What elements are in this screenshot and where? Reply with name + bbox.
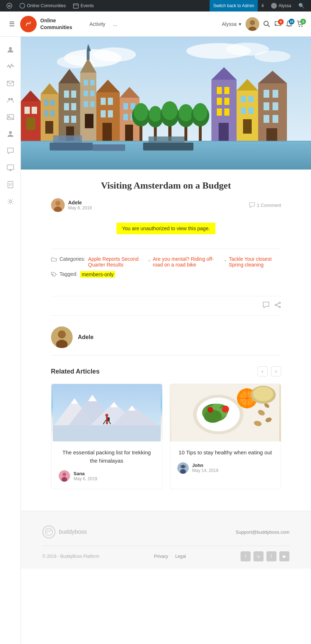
svg-point-121 — [193, 103, 207, 121]
article-body: Visiting Amsterdam on a Budget Adele May… — [29, 170, 303, 511]
switch-admin-button[interactable]: Switch back to Admin — [210, 0, 258, 11]
related-prev-button[interactable]: ‹ — [257, 366, 267, 376]
svg-rect-125 — [143, 143, 193, 150]
tags-line: Tagged: members-only — [51, 271, 281, 278]
related-articles-grid: The essential packing list for trekking … — [51, 384, 281, 489]
sidebar-item-messages[interactable] — [3, 76, 18, 91]
site-icon — [19, 3, 25, 9]
svg-point-131 — [52, 274, 53, 275]
svg-point-30 — [93, 47, 136, 62]
svg-line-10 — [268, 25, 270, 27]
related-title: Related Articles — [51, 368, 100, 375]
youtube-icon[interactable]: ▶ — [279, 551, 289, 561]
food-svg — [170, 384, 281, 441]
card-author-avatar-1 — [59, 470, 70, 482]
tag-svg — [51, 272, 57, 277]
sidebar-item-chat[interactable] — [3, 143, 18, 158]
main-header: ☰ Online Communities Activity ... Alyssa… — [0, 11, 311, 37]
sidebar-item-media[interactable] — [3, 110, 18, 125]
user-dropdown[interactable]: Alyssa ▾ — [222, 21, 241, 27]
svg-point-115 — [162, 101, 178, 120]
svg-point-156 — [63, 473, 66, 476]
share-action-button[interactable] — [275, 302, 281, 310]
hamburger-button[interactable]: ☰ — [7, 18, 17, 30]
admin-site-name[interactable]: Online Communities — [16, 0, 69, 11]
footer: buddyboss Support@buddyboss.com © 2019 -… — [21, 511, 311, 569]
sidebar-item-settings[interactable] — [3, 194, 18, 209]
card-author-info-2: John May 14, 2019 — [192, 463, 219, 473]
svg-rect-149 — [53, 425, 161, 441]
svg-point-19 — [9, 131, 12, 134]
svg-rect-93 — [241, 96, 246, 102]
wp-icon: W — [6, 3, 12, 9]
sidebar-item-docs[interactable] — [3, 177, 18, 192]
related-article-card-2[interactable]: 10 Tips to stay healthy when eating out — [170, 384, 281, 489]
svg-point-134 — [275, 304, 276, 306]
footer-logo: buddyboss — [42, 525, 87, 538]
privacy-link[interactable]: Privacy — [154, 554, 168, 559]
svg-rect-44 — [50, 99, 55, 106]
svg-point-16 — [11, 98, 13, 100]
svg-rect-94 — [248, 96, 253, 102]
svg-rect-96 — [248, 107, 253, 114]
category-link-3[interactable]: Tackle Your closest Spring cleaning — [229, 256, 281, 268]
svg-rect-97 — [243, 119, 252, 134]
linkedin-icon[interactable]: in — [253, 551, 264, 561]
comment-action-button[interactable] — [263, 302, 269, 310]
svg-rect-64 — [90, 91, 95, 96]
svg-rect-43 — [44, 99, 49, 106]
svg-point-15 — [8, 98, 10, 100]
author-info: Adele May 8, 2019 — [68, 200, 92, 210]
sidebar-item-screen[interactable] — [3, 160, 18, 175]
search-button[interactable] — [264, 21, 270, 27]
article-card-meta-1: Sana May 6, 2019 — [59, 470, 155, 482]
admin-events-item[interactable]: Events — [69, 0, 97, 11]
svg-rect-59 — [87, 51, 90, 60]
sidebar-item-groups[interactable] — [3, 93, 18, 108]
svg-rect-50 — [64, 91, 69, 98]
svg-point-12 — [302, 26, 303, 27]
related-article-card-1[interactable]: The essential packing list for trekking … — [51, 384, 163, 489]
logo-area[interactable]: Online Communities — [20, 16, 72, 32]
svg-point-138 — [58, 330, 66, 338]
svg-rect-102 — [264, 102, 269, 110]
action-bar — [51, 296, 281, 316]
chat-icon — [7, 147, 14, 154]
svg-rect-85 — [224, 87, 229, 94]
svg-point-34 — [255, 51, 291, 62]
facebook-icon[interactable]: f — [241, 551, 251, 561]
wp-logo-item[interactable]: W — [3, 0, 16, 11]
nav-activity[interactable]: Activity — [87, 19, 108, 29]
svg-rect-65 — [84, 101, 88, 107]
tag-icon — [51, 272, 57, 278]
messages-button[interactable]: 9 — [274, 21, 282, 27]
cart-button[interactable]: 2 — [297, 20, 304, 28]
card-author-avatar-2 — [177, 462, 189, 474]
admin-user-menu[interactable]: Alyssa — [267, 0, 295, 11]
main-nav: Activity ... — [87, 19, 120, 29]
user-avatar-header[interactable] — [246, 17, 259, 31]
category-link-1[interactable]: Apple Reports Second Quarter Results — [88, 256, 146, 268]
svg-rect-74 — [102, 123, 112, 141]
sidebar-item-activity[interactable] — [3, 59, 18, 74]
admin-notif-count[interactable]: 4 — [258, 0, 267, 11]
svg-rect-71 — [108, 98, 113, 105]
groups-icon — [7, 97, 14, 104]
admin-search-button[interactable]: 🔍 — [295, 0, 308, 11]
category-link-2[interactable]: Are you mental? Riding off-road on a roa… — [153, 256, 222, 268]
members-icon — [7, 130, 14, 138]
related-next-button[interactable]: › — [271, 366, 281, 376]
john-avatar-svg — [177, 462, 189, 474]
search-icon — [264, 21, 270, 27]
svg-point-163 — [204, 410, 222, 423]
nav-more[interactable]: ... — [110, 19, 120, 29]
svg-point-11 — [299, 26, 300, 27]
sidebar-item-profile[interactable] — [3, 42, 18, 57]
notifications-button[interactable]: 15 — [286, 20, 292, 28]
twitter-icon[interactable]: t — [266, 551, 276, 561]
svg-rect-88 — [217, 108, 222, 116]
svg-rect-87 — [224, 98, 229, 105]
legal-link[interactable]: Legal — [175, 554, 186, 559]
svg-point-177 — [253, 387, 273, 401]
sidebar-item-members[interactable] — [3, 126, 18, 142]
